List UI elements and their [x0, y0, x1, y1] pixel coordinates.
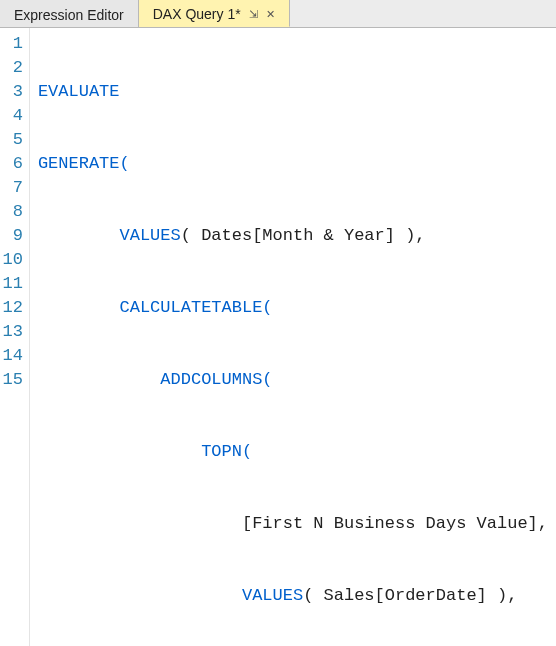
- tab-label: DAX Query 1*: [153, 6, 241, 22]
- tab-strip: Expression Editor DAX Query 1* ⇲ ✕: [0, 0, 556, 28]
- tab-dax-query-1[interactable]: DAX Query 1* ⇲ ✕: [139, 0, 290, 27]
- code-area[interactable]: EVALUATE GENERATE( VALUES( Dates[Month &…: [30, 28, 556, 646]
- close-icon[interactable]: ✕: [266, 8, 275, 21]
- tab-label: Expression Editor: [14, 7, 124, 23]
- tab-expression-editor[interactable]: Expression Editor: [0, 0, 139, 27]
- line-gutter: 123 456 789 101112 131415: [0, 28, 30, 646]
- pin-icon[interactable]: ⇲: [249, 8, 258, 21]
- code-editor[interactable]: 123 456 789 101112 131415 EVALUATE GENER…: [0, 28, 556, 646]
